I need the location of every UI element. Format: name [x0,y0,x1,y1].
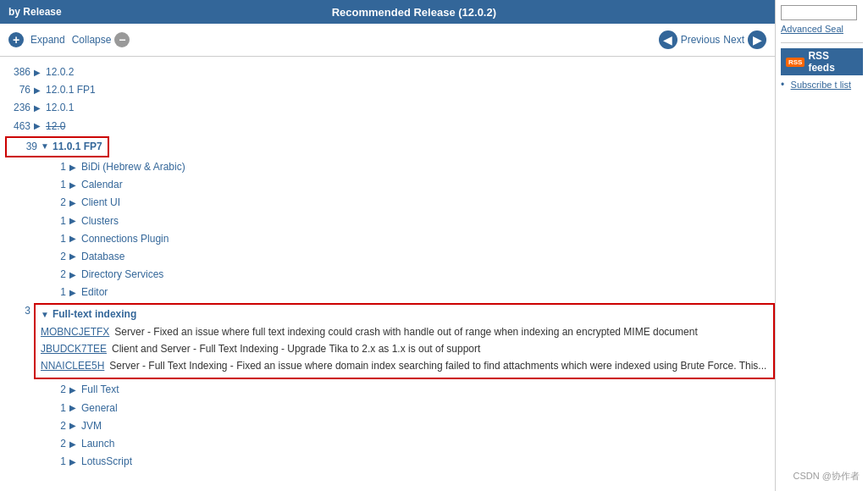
expand-arrow-icon: ▼ [41,140,53,153]
tree-child-jvm[interactable]: 2 ▶ JVM [0,417,775,435]
issue-row-1: MOBNCJETFX Server - Fixed an issue where… [41,323,768,340]
expand-arrow-icon: ▶ [69,438,81,451]
expand-arrow-icon: ▶ [69,286,81,300]
expand-arrow-icon: ▶ [69,161,81,174]
tree-item-12.0[interactable]: 463 ▶ 12.0 [0,118,775,135]
tree-child-connections[interactable]: 1 ▶ Connections Plugin [0,230,775,248]
subscribe-link[interactable]: Subscribe t list [791,76,852,93]
expand-arrow-icon: ▶ [69,196,81,210]
issue-row-2: JBUDCK7TEE Client and Server - Full Text… [41,340,768,357]
expand-arrow-icon: ▶ [69,214,81,228]
expand-arrow-icon: ▶ [34,102,46,115]
previous-button[interactable]: ◀ Previous [659,30,721,49]
nav-buttons: ◀ Previous Next ▶ [659,30,766,49]
full-text-indexing-label[interactable]: Full-text indexing [53,308,136,320]
release-tree: 386 ▶ 12.0.2 76 ▶ 12.0.1 FP1 236 ▶ 12.0.… [0,57,775,477]
collapse-button[interactable]: Collapse − [72,32,130,47]
tree-item-12.0.1fp1[interactable]: 76 ▶ 12.0.1 FP1 [0,81,775,99]
expand-button[interactable]: Expand [30,34,65,46]
issue-desc-2: Client and Server - Full Text Indexing -… [112,343,480,355]
expand-arrow-icon: ▶ [69,383,81,397]
rss-icon: RSS [786,58,804,67]
next-button[interactable]: Next ▶ [723,30,766,49]
issue-desc-3: Server - Full Text Indexing - Fixed an i… [109,360,766,372]
tree-child-lotusscript[interactable]: 1 ▶ LotusScript [0,453,775,471]
expand-arrow-icon: ▶ [69,179,81,192]
issue-link-2[interactable]: JBUDCK7TEE [41,343,107,355]
sidebar: Advanced Seal RSS RSS feeds • Subscribe … [775,0,868,491]
expand-arrow-icon: ▶ [34,119,46,133]
fti-count: 3 [5,303,30,317]
watermark: CSDN @协作者 [793,470,860,483]
tree-child-editor[interactable]: 1 ▶ Editor [0,284,775,301]
next-arrow-icon: ▶ [748,30,766,49]
full-text-indexing-header[interactable]: ▼ Full-text indexing [41,308,768,320]
full-text-indexing-expanded: ▼ Full-text indexing MOBNCJETFX Server -… [34,303,775,379]
collapse-minus-icon: − [114,32,130,47]
tree-child-launch[interactable]: 2 ▶ Launch [0,435,775,453]
rss-header: RSS RSS feeds [781,48,863,75]
tree-child-general[interactable]: 1 ▶ General [0,400,775,417]
tree-child-clientui[interactable]: 2 ▶ Client UI [0,194,775,212]
expand-arrow-icon: ▶ [69,455,81,469]
rss-section: RSS RSS feeds • Subscribe t list [781,42,863,94]
tree-child-clusters[interactable]: 1 ▶ Clusters [0,212,775,230]
expand-arrow-icon: ▶ [69,268,81,282]
collapse-arrow-icon: ▼ [41,310,49,319]
bullet-icon: • [781,79,784,91]
expand-arrow-icon: ▶ [69,250,81,263]
expand-arrow-icon: ▶ [69,401,81,415]
issue-link-3[interactable]: NNAICLEE5H [41,360,104,372]
expand-plus-icon[interactable]: + [8,32,24,47]
tree-child-database[interactable]: 2 ▶ Database [0,248,775,266]
previous-arrow-icon: ◀ [659,30,677,49]
tree-child-calendar[interactable]: 1 ▶ Calendar [0,176,775,194]
left-title: by Release [8,6,62,18]
issue-row-3: NNAICLEE5H Server - Full Text Indexing -… [41,357,768,374]
issue-desc-1: Server - Fixed an issue where full text … [114,326,697,338]
expand-arrow-icon: ▶ [69,232,81,246]
tree-item-12.0.1[interactable]: 236 ▶ 12.0.1 [0,99,775,117]
tree-child-directory[interactable]: 2 ▶ Directory Services [0,266,775,284]
expand-arrow-icon: ▶ [34,84,46,97]
tree-item-11.0.1fp7[interactable]: 39 ▼ 11.0.1 FP7 [5,136,109,157]
expand-arrow-icon: ▶ [69,419,81,433]
issue-link-1[interactable]: MOBNCJETFX [41,326,109,338]
expand-arrow-icon: ▶ [34,66,46,80]
tree-child-bidi[interactable]: 1 ▶ BiDi (Hebrew & Arabic) [0,158,775,176]
toolbar: + Expand Collapse − ◀ Previous Next ▶ [0,24,775,57]
advanced-search-link[interactable]: Advanced Seal [781,24,863,34]
header-bar: by Release Recommended Release (12.0.2) [0,0,775,24]
tree-item-12.0.2[interactable]: 386 ▶ 12.0.2 [0,63,775,81]
search-input[interactable] [781,5,857,20]
search-section: Advanced Seal [781,5,863,34]
center-title: Recommended Release (12.0.2) [62,6,766,19]
tree-child-fulltext[interactable]: 2 ▶ Full Text [0,381,775,399]
